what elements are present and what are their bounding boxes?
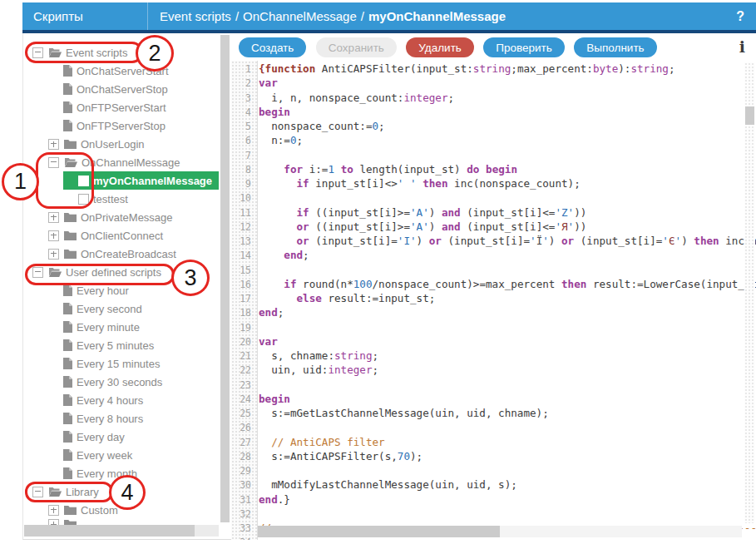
tree-item[interactable]: OnChatServerStart bbox=[23, 62, 219, 80]
code-line: 30 mModifyLastChannelMessage(uin, uid, s… bbox=[231, 477, 756, 492]
run-button[interactable]: Выполнить bbox=[574, 37, 656, 57]
line-number: 3 bbox=[231, 91, 259, 106]
tree-item[interactable]: Every 5 minutes bbox=[23, 336, 219, 354]
tree-item[interactable]: Event scripts bbox=[23, 43, 219, 62]
editor-vertical-scrollbar-track[interactable] bbox=[744, 62, 755, 523]
collapse-icon[interactable] bbox=[32, 267, 43, 278]
tree-item-label: OnFTPServerStart bbox=[77, 101, 166, 114]
expand-icon[interactable] bbox=[48, 139, 59, 150]
code-line: 11 if ((input_st[i]>='A') and (input_st[… bbox=[231, 205, 756, 220]
info-icon[interactable]: i bbox=[739, 37, 745, 56]
code-line: 14 end; bbox=[231, 248, 756, 262]
document-icon bbox=[63, 376, 72, 388]
tree-item[interactable]: OnPrivateMessage bbox=[23, 208, 219, 226]
tree-item[interactable]: OnClientConnect bbox=[23, 226, 219, 245]
line-number: 27 bbox=[231, 436, 259, 450]
tree-item-label: OnUserLogin bbox=[81, 138, 145, 151]
line-number: 33 bbox=[231, 522, 259, 536]
tree-item[interactable]: Every second bbox=[23, 299, 219, 318]
editor-horizontal-scrollbar-track[interactable] bbox=[258, 526, 742, 537]
tree-item-label: Every minute bbox=[77, 321, 140, 334]
tree-item[interactable]: OnUserLogin bbox=[23, 135, 219, 153]
tree-horizontal-scrollbar-track[interactable] bbox=[24, 525, 219, 537]
tree-item[interactable]: Every 30 seconds bbox=[23, 373, 219, 391]
line-number: 34 bbox=[231, 536, 259, 540]
tree-item-label: Event scripts bbox=[66, 47, 127, 59]
tree-item[interactable]: Every 4 hours bbox=[23, 391, 219, 409]
tree-item-label: OnChatServerStart bbox=[77, 65, 169, 77]
line-number: 2 bbox=[231, 77, 259, 91]
code-line: 8 for i:=1 to length(input_st) do begin bbox=[231, 162, 756, 176]
tree-item[interactable]: Custom bbox=[23, 501, 219, 519]
line-number: 14 bbox=[231, 249, 259, 263]
tree-item[interactable]: Every 15 minutes bbox=[23, 354, 219, 373]
code-line: 16 if round(n*100/nonspace_count)>=max_p… bbox=[231, 277, 756, 291]
tree-item[interactable]: OnFTPServerStop bbox=[23, 116, 219, 135]
line-number: 15 bbox=[231, 264, 259, 278]
delete-button[interactable]: Удалить bbox=[406, 37, 474, 57]
code-line: 32 bbox=[231, 507, 756, 521]
help-button[interactable]: ? bbox=[736, 9, 756, 24]
tree-item[interactable]: OnCreateBroadcast bbox=[23, 245, 219, 263]
tree-item[interactable]: Every day bbox=[23, 428, 219, 446]
create-button[interactable]: Создать bbox=[239, 37, 306, 57]
code-editor[interactable]: 1{function AntiCAPSFilter(input_st:strin… bbox=[231, 61, 756, 540]
code-line: 9 if input_st[i]<>' ' then inc(nonspace_… bbox=[231, 176, 756, 190]
line-number: 11 bbox=[231, 206, 259, 220]
tree-item-label: OnChannelMessage bbox=[82, 156, 180, 169]
tree-item-label: testtest bbox=[93, 193, 128, 205]
collapse-icon[interactable] bbox=[32, 487, 43, 497]
line-number: 9 bbox=[231, 177, 259, 191]
expand-icon[interactable] bbox=[48, 505, 59, 516]
line-number: 16 bbox=[231, 278, 259, 292]
expand-icon[interactable] bbox=[48, 230, 59, 241]
code-line: 22 uin, uid:integer; bbox=[231, 363, 756, 377]
editor-horizontal-scrollbar-thumb[interactable] bbox=[258, 526, 500, 537]
check-button[interactable]: Проверить bbox=[483, 37, 565, 57]
tree-item[interactable]: OnChannelMessage bbox=[23, 153, 219, 171]
breadcrumb-current: myOnChannelMessage bbox=[368, 9, 506, 23]
tree-item[interactable]: Every month bbox=[23, 464, 219, 482]
editor-vertical-scrollbar-thumb[interactable] bbox=[745, 106, 754, 125]
expand-icon[interactable] bbox=[48, 249, 59, 260]
tree-item[interactable]: User defined scripts bbox=[23, 263, 219, 281]
tree-item[interactable]: Every 8 hours bbox=[23, 409, 219, 428]
code-line: 21 s, chname:string; bbox=[231, 349, 756, 363]
checkbox-icon[interactable] bbox=[78, 194, 89, 205]
tree-item[interactable]: OnChatServerStop bbox=[23, 80, 219, 98]
script-tree-rows: Event scriptsOnChatServerStartOnChatServ… bbox=[23, 33, 219, 526]
line-number: 25 bbox=[231, 407, 259, 421]
expand-icon[interactable] bbox=[48, 212, 59, 223]
line-number: 18 bbox=[231, 306, 259, 320]
tree-item[interactable]: OnFTPServerStart bbox=[23, 98, 219, 116]
collapse-icon[interactable] bbox=[48, 157, 59, 168]
document-icon bbox=[63, 413, 72, 424]
folder-open-icon bbox=[64, 157, 77, 167]
collapse-icon[interactable] bbox=[32, 47, 43, 58]
code-line: 17 else result:=input_st; bbox=[231, 291, 756, 305]
tree-item-label: myOnChannelMessage bbox=[93, 175, 212, 187]
tree-item-label: Every 8 hours bbox=[77, 413, 143, 425]
tree-item-label: Every month bbox=[77, 467, 137, 480]
code-line: 6 n:=0; bbox=[231, 133, 756, 147]
tree-item[interactable]: Library bbox=[23, 482, 219, 501]
tree-item-label: OnChatServerStop bbox=[77, 83, 168, 96]
line-number: 24 bbox=[231, 393, 259, 407]
tree-item[interactable]: Every minute bbox=[23, 318, 219, 336]
tree-item-label: Every 15 minutes bbox=[77, 358, 160, 370]
tree-item-selected[interactable]: myOnChannelMessage bbox=[23, 171, 219, 190]
code-line: 28 s:=AntiCAPSFilter(s,70); bbox=[231, 449, 756, 463]
document-icon bbox=[63, 101, 72, 113]
tree-item[interactable]: Every week bbox=[23, 446, 219, 464]
tree-item[interactable]: testtest bbox=[23, 190, 219, 208]
script-tree: Event scriptsOnChatServerStartOnChatServ… bbox=[22, 33, 231, 540]
checkbox-icon[interactable] bbox=[78, 176, 89, 186]
app-title-cell: Скрипты bbox=[22, 2, 148, 30]
tree-horizontal-scrollbar-thumb[interactable] bbox=[24, 525, 195, 537]
save-button[interactable]: Сохранить bbox=[316, 37, 397, 57]
tree-vertical-scrollbar[interactable] bbox=[220, 35, 230, 522]
tree-item[interactable]: Every hour bbox=[23, 281, 219, 299]
document-icon bbox=[63, 83, 72, 95]
breadcrumb-part[interactable]: OnChannelMessage bbox=[243, 9, 357, 23]
breadcrumb-part[interactable]: Event scripts bbox=[160, 9, 231, 23]
